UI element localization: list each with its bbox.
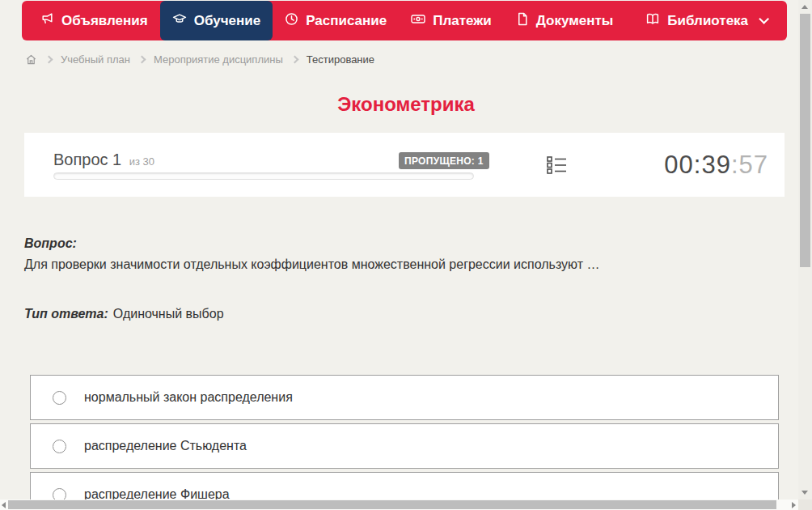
nav-item-learning[interactable]: Обучение xyxy=(160,1,273,40)
skipped-badge: ПРОПУЩЕНО: 1 xyxy=(399,152,489,169)
question-number: Вопрос 1 xyxy=(53,151,121,168)
banknote-icon xyxy=(411,12,425,30)
question-total: из 30 xyxy=(129,155,154,168)
horizontal-scrollbar[interactable] xyxy=(0,499,798,510)
home-icon[interactable] xyxy=(25,53,37,66)
nav-item-label: Библиотека xyxy=(667,13,748,29)
question-counter: Вопрос 1 из 30 xyxy=(53,151,154,169)
scrollbar-corner xyxy=(798,499,812,510)
question-header-card: Вопрос 1 из 30 ПРОПУЩЕНО: 1 00:39:57 xyxy=(24,133,785,197)
open-book-icon xyxy=(645,12,660,30)
document-icon xyxy=(516,12,529,30)
main-navbar: Объявления Обучение Расписание Плат xyxy=(22,1,787,40)
nav-item-library[interactable]: Библиотека xyxy=(633,1,778,40)
radio-button[interactable] xyxy=(53,440,66,453)
answer-option-label: распределение Стьюдента xyxy=(84,439,247,453)
question-label: Вопрос: xyxy=(24,236,77,251)
nav-item-label: Объявления xyxy=(61,13,148,29)
checklist-icon xyxy=(546,164,568,178)
answer-option-1[interactable]: нормальный закон распределения xyxy=(30,375,779,420)
vertical-scrollbar-thumb[interactable] xyxy=(800,14,810,267)
graduation-cap-icon xyxy=(172,12,187,30)
nav-item-label: Документы xyxy=(536,13,614,29)
answer-type: Тип ответа:Одиночный выбор xyxy=(24,307,224,321)
megaphone-icon xyxy=(40,12,54,30)
breadcrumb-item-curriculum[interactable]: Учебный план xyxy=(61,53,130,66)
nav-item-documents[interactable]: Документы xyxy=(504,1,626,40)
breadcrumb-separator xyxy=(290,55,298,63)
answer-options: нормальный закон распределения распредел… xyxy=(30,375,779,510)
nav-item-label: Платежи xyxy=(433,13,492,29)
nav-item-label: Обучение xyxy=(194,13,260,29)
scroll-right-arrow-icon[interactable] xyxy=(792,502,796,508)
breadcrumb-separator xyxy=(45,55,53,63)
radio-button[interactable] xyxy=(53,391,66,405)
breadcrumb-separator xyxy=(138,55,146,63)
page-title: Эконометрика xyxy=(0,93,812,116)
answer-type-label: Тип ответа: xyxy=(24,307,108,321)
breadcrumb-item-testing: Тестирование xyxy=(307,53,374,66)
clock-icon xyxy=(285,12,298,30)
breadcrumb: Учебный план Мероприятие дисциплины Тест… xyxy=(25,51,374,67)
timer: 00:39:57 xyxy=(664,151,768,180)
vertical-scrollbar[interactable] xyxy=(798,0,812,499)
breadcrumb-item-discipline-event[interactable]: Мероприятие дисциплины xyxy=(154,53,283,66)
nav-item-label: Расписание xyxy=(306,13,387,29)
timer-main: 00:39 xyxy=(664,151,731,179)
scroll-up-arrow-icon[interactable] xyxy=(801,5,808,9)
timer-seconds: :57 xyxy=(731,151,768,179)
question-progress-bar xyxy=(53,172,474,180)
answer-option-2[interactable]: распределение Стьюдента xyxy=(30,423,779,469)
nav-item-payments[interactable]: Платежи xyxy=(399,1,504,40)
question-text: Для проверки значимости отдельных коэффи… xyxy=(24,257,599,272)
answer-option-label: нормальный закон распределения xyxy=(84,390,293,405)
question-list-button[interactable] xyxy=(546,155,568,179)
scroll-left-arrow-icon[interactable] xyxy=(2,502,6,508)
scroll-down-arrow-icon[interactable] xyxy=(801,491,808,495)
answer-type-value: Одиночный выбор xyxy=(113,307,224,321)
horizontal-scrollbar-thumb[interactable] xyxy=(8,500,776,509)
nav-item-announcements[interactable]: Объявления xyxy=(28,1,160,40)
nav-item-schedule[interactable]: Расписание xyxy=(273,1,399,40)
chevron-down-icon xyxy=(759,14,769,24)
